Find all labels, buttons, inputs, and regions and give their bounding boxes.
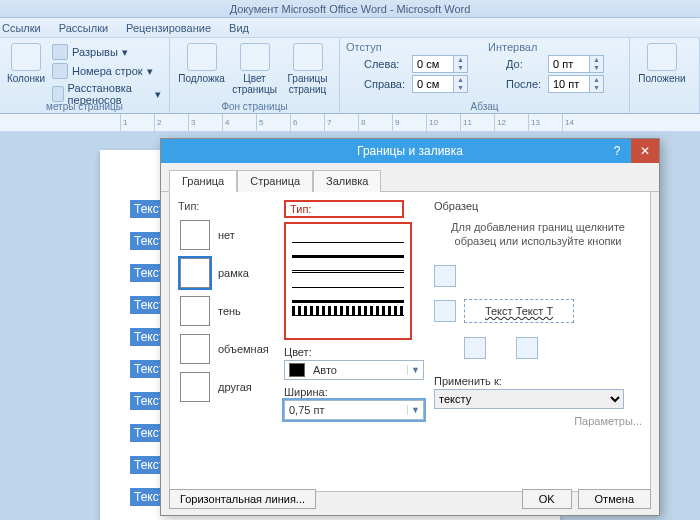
width-combo[interactable]: 0,75 пт▼ <box>284 400 424 420</box>
tab-border[interactable]: Граница <box>169 170 237 192</box>
width-value: 0,75 пт <box>285 404 407 416</box>
setting-none-label: нет <box>218 229 235 241</box>
tab-mailings[interactable]: Рассылки <box>59 22 108 34</box>
indent-left-input[interactable] <box>413 56 453 72</box>
preview-right-border-button[interactable] <box>516 337 538 359</box>
width-label: Ширина: <box>284 386 424 398</box>
page-color-label: Цвет страницы <box>231 73 278 95</box>
page-borders-label: Границы страниц <box>284 73 331 95</box>
preview-message: Для добавления границ щелкните образец и… <box>434 216 642 259</box>
style-listbox[interactable] <box>284 222 412 340</box>
columns-button[interactable]: Колонки <box>6 41 46 107</box>
columns-label: Колонки <box>7 73 45 84</box>
spacing-before-icon <box>488 57 502 71</box>
setting-shadow[interactable]: тень <box>178 292 274 330</box>
indent-right-input[interactable] <box>413 76 453 92</box>
chevron-down-icon: ▼ <box>407 405 423 415</box>
none-thumb-icon <box>180 220 210 250</box>
indent-right-label: Справа: <box>364 78 408 90</box>
spacing-before-input[interactable] <box>549 56 589 72</box>
tab-links[interactable]: Ссылки <box>2 22 41 34</box>
position-button[interactable]: Положени <box>636 41 688 86</box>
ribbon: Колонки Разрывы▾ Номера строк▾ Расстанов… <box>0 38 700 114</box>
ribbon-tabs: Ссылки Рассылки Рецензирование Вид <box>0 18 700 38</box>
app-titlebar: Документ Microsoft Office Word - Microso… <box>0 0 700 18</box>
cancel-button[interactable]: Отмена <box>578 489 651 509</box>
setting-custom[interactable]: другая <box>178 368 274 406</box>
line-numbers-label: Номера строк <box>72 65 143 77</box>
preview-top-border-button[interactable] <box>434 265 456 287</box>
color-label: Цвет: <box>284 346 424 358</box>
watermark-button[interactable]: Подложка <box>176 41 227 97</box>
tab-review[interactable]: Рецензирование <box>126 22 211 34</box>
watermark-icon <box>187 43 217 71</box>
shadow-thumb-icon <box>180 296 210 326</box>
apply-to-label: Применить к: <box>434 375 642 387</box>
custom-thumb-icon <box>180 372 210 402</box>
position-label: Положени <box>638 73 685 84</box>
line-numbers-icon <box>52 63 68 79</box>
tab-page[interactable]: Страница <box>237 170 313 192</box>
tab-fill[interactable]: Заливка <box>313 170 381 192</box>
apply-to-select[interactable]: тексту <box>434 389 624 409</box>
indent-right-icon <box>346 77 360 91</box>
options-button: Параметры... <box>434 415 642 427</box>
spacing-after-label: После: <box>506 78 544 90</box>
ok-button[interactable]: OK <box>522 489 572 509</box>
horizontal-line-button[interactable]: Горизонтальная линия... <box>169 489 316 509</box>
setting-shadow-label: тень <box>218 305 241 317</box>
color-combo[interactable]: Авто▼ <box>284 360 424 380</box>
help-button[interactable]: ? <box>603 139 631 163</box>
group-background-label: Фон страницы <box>170 101 339 112</box>
dialog-tabs: Граница Страница Заливка <box>161 163 659 192</box>
setting-box[interactable]: рамка <box>178 254 274 292</box>
page-borders-button[interactable]: Границы страниц <box>282 41 333 97</box>
preview-header: Образец <box>434 200 642 212</box>
setting-3d-label: объемная <box>218 343 269 355</box>
preview-left-border-button[interactable] <box>464 337 486 359</box>
setting-header: Тип: <box>178 200 274 212</box>
horizontal-ruler[interactable]: 1234567891011121314 <box>0 114 700 132</box>
setting-custom-label: другая <box>218 381 252 393</box>
box-thumb-icon <box>180 258 210 288</box>
dialog-titlebar[interactable]: Границы и заливка ? ✕ <box>161 139 659 163</box>
setting-none[interactable]: нет <box>178 216 274 254</box>
breaks-button[interactable]: Разрывы▾ <box>50 43 163 61</box>
preview-bottom-border-button[interactable] <box>434 300 456 322</box>
page-color-button[interactable]: Цвет страницы <box>229 41 280 97</box>
spacing-after-spinner[interactable]: ▲▼ <box>548 75 604 93</box>
spacing-header: Интервал <box>488 41 604 53</box>
breaks-icon <box>52 44 68 60</box>
indent-left-label: Слева: <box>364 58 408 70</box>
color-value: Авто <box>309 364 407 376</box>
indent-left-spinner[interactable]: ▲▼ <box>412 55 468 73</box>
indent-header: Отступ <box>346 41 468 53</box>
chevron-down-icon: ▼ <box>407 365 423 375</box>
setting-box-label: рамка <box>218 267 249 279</box>
position-icon <box>647 43 677 71</box>
page-borders-icon <box>293 43 323 71</box>
line-numbers-button[interactable]: Номера строк▾ <box>50 62 163 80</box>
watermark-label: Подложка <box>178 73 225 84</box>
spacing-after-input[interactable] <box>549 76 589 92</box>
close-button[interactable]: ✕ <box>631 139 659 163</box>
color-swatch-icon <box>289 363 305 377</box>
tab-view[interactable]: Вид <box>229 22 249 34</box>
threeD-thumb-icon <box>180 334 210 364</box>
group-paragraph-label: Абзац <box>340 101 629 112</box>
page-color-icon <box>240 43 270 71</box>
preview-sample[interactable]: Текст Текст Т <box>464 299 574 323</box>
indent-right-spinner[interactable]: ▲▼ <box>412 75 468 93</box>
borders-shading-dialog: Границы и заливка ? ✕ Граница Страница З… <box>160 138 660 516</box>
group-page-setup-label: метры страницы <box>0 101 169 112</box>
setting-3d[interactable]: объемная <box>178 330 274 368</box>
columns-icon <box>11 43 41 71</box>
spacing-after-icon <box>488 77 502 91</box>
dialog-title: Границы и заливка <box>357 144 463 158</box>
spacing-before-spinner[interactable]: ▲▼ <box>548 55 604 73</box>
spacing-before-label: До: <box>506 58 544 70</box>
style-header: Тип: <box>284 200 404 218</box>
indent-left-icon <box>346 57 360 71</box>
hyphenation-icon <box>52 86 64 102</box>
breaks-label: Разрывы <box>72 46 118 58</box>
